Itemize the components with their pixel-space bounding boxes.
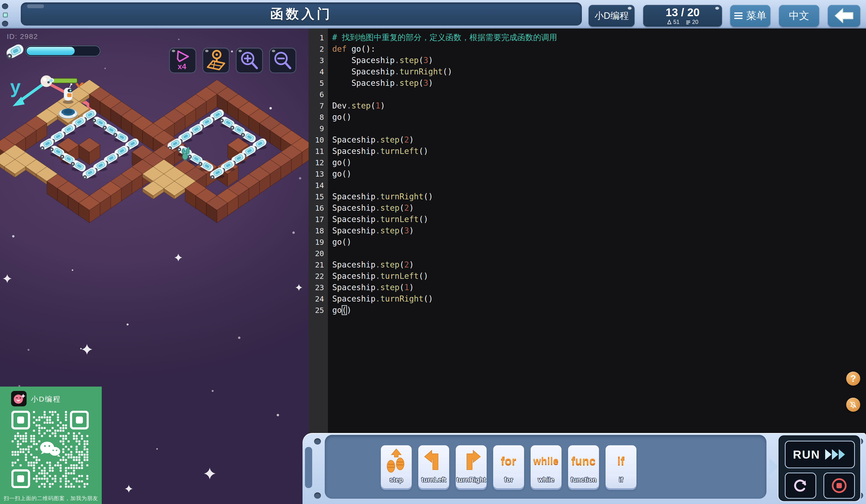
menu-button[interactable]: 菜单 — [730, 5, 770, 26]
back-arrow-icon — [835, 8, 853, 23]
code-line-10: 10Spaceship.step(2) — [309, 134, 866, 145]
block-turnRight[interactable]: turnRight — [456, 445, 487, 488]
glare-dot — [238, 50, 242, 52]
block-label: function — [571, 476, 596, 484]
code-line-1: 1# 找到地图中重复的部分，定义函数，根据需要完成函数的调用 — [309, 32, 866, 43]
battery-stat-icon — [667, 20, 672, 25]
code-line-24: 24Spaceship.turnRight() — [309, 293, 866, 304]
brand-name: 小D编程 — [31, 394, 61, 404]
code-line-5: 5 Spaceship.step(3) — [309, 77, 866, 89]
block-label: turnLeft — [421, 476, 446, 484]
code-line-14: 14 — [309, 180, 866, 191]
code-line-4: 4 Spaceship.turnRight() — [309, 66, 866, 77]
mute-notifications-button[interactable] — [846, 398, 860, 412]
reset-button[interactable] — [785, 473, 816, 499]
screw-icon — [314, 492, 321, 499]
qr-caption: 扫一扫上面的二维码图案，加我为朋友 — [0, 495, 102, 502]
level-title-bar: 函数入门 — [21, 2, 582, 26]
block-label: turnRight — [456, 476, 486, 484]
block-function[interactable]: funcfunction — [568, 445, 599, 488]
code-line-7: 7Dev.step(1) — [309, 100, 866, 111]
code-line-18: 18Spaceship.step(3) — [309, 225, 866, 236]
level-progress-label: 13 / 20 — [666, 6, 700, 18]
code-line-11: 11Spaceship.turnLeft() — [309, 145, 866, 157]
code-line-2: 2def go(): — [309, 43, 866, 55]
command-block-tray: step turnLeft turnRightforforwhilewhilef… — [325, 435, 766, 499]
block-for[interactable]: forfor — [493, 445, 524, 488]
top-bar: 函数入门 小D编程 13 / 20 51 20 — [0, 0, 866, 29]
glare-dot — [172, 50, 175, 52]
help-button[interactable]: ? — [846, 372, 860, 385]
fast-forward-icon — [825, 448, 847, 461]
turnRight-block-icon — [459, 445, 484, 476]
toolbar-tab — [305, 447, 312, 488]
block-if[interactable]: ifif — [606, 445, 636, 488]
brand-avatar — [11, 391, 26, 406]
svg-text:y: y — [10, 76, 21, 97]
glare-dot — [205, 50, 209, 52]
glare-dot — [628, 7, 632, 10]
run-control-panel: RUN — [778, 434, 861, 502]
run-label: RUN — [793, 448, 820, 461]
back-button[interactable] — [828, 5, 860, 26]
lines-stat: 20 — [686, 19, 698, 25]
app-brand-button[interactable]: 小D编程 — [589, 5, 634, 26]
block-label: while — [538, 476, 554, 484]
minimap-button[interactable] — [202, 48, 230, 73]
smiley-avatar-icon — [11, 391, 26, 406]
app-window: 函数入门 小D编程 13 / 20 51 20 — [0, 0, 866, 504]
energy-battery-icon — [3, 39, 26, 63]
lines-stat-icon — [686, 20, 691, 25]
qr-code — [11, 411, 89, 488]
screw-icon — [2, 3, 8, 9]
speed-x4-button[interactable]: x4 — [169, 48, 196, 73]
screw-icon — [2, 21, 8, 26]
code-line-23: 23Spaceship.step(1) — [309, 282, 866, 293]
block-while[interactable]: whilewhile — [531, 445, 562, 488]
glare-dot — [272, 50, 275, 52]
block-turnLeft[interactable]: turnLeft — [418, 445, 449, 488]
code-line-17: 17Spaceship.turnLeft() — [309, 214, 866, 225]
stop-button[interactable] — [823, 473, 855, 499]
code-line-16: 16Spaceship.step(2) — [309, 202, 866, 214]
code-line-25: 25go() — [309, 304, 866, 316]
energy-stat: 51 — [667, 19, 679, 25]
screw-icon — [314, 438, 321, 445]
reset-icon — [792, 477, 809, 494]
led-icon — [3, 13, 8, 18]
level-progress-box: 13 / 20 51 20 — [643, 5, 722, 26]
step-block-icon — [384, 445, 409, 476]
code-line-12: 12go() — [309, 157, 866, 168]
code-line-3: 3 Spaceship.step(3) — [309, 55, 866, 66]
function-block-icon: func — [571, 445, 596, 476]
code-line-22: 22Spaceship.turnLeft() — [309, 270, 866, 282]
zoom-in-button[interactable] — [236, 48, 263, 73]
block-label: if — [619, 476, 623, 484]
block-step[interactable]: step — [381, 445, 412, 488]
block-toolbar: step turnLeft turnRightforforwhilewhilef… — [302, 433, 866, 504]
app-brand-label: 小D编程 — [595, 10, 629, 22]
zoom-out-button[interactable] — [269, 48, 296, 73]
energy-progress-fill — [26, 47, 75, 55]
code-line-20: 20 — [309, 248, 866, 259]
code-line-19: 19go() — [309, 236, 866, 248]
code-line-6: 6 — [309, 89, 866, 100]
page-title: 函数入门 — [270, 5, 332, 23]
code-editor[interactable]: 1# 找到地图中重复的部分，定义函数，根据需要完成函数的调用2def go():… — [309, 29, 866, 504]
code-line-15: 15Spaceship.turnRight() — [309, 191, 866, 202]
hamburger-icon — [734, 12, 743, 20]
run-button[interactable]: RUN — [785, 441, 855, 468]
language-button[interactable]: 中文 — [779, 5, 819, 26]
turnLeft-block-icon — [421, 445, 446, 476]
bell-off-icon — [849, 401, 857, 409]
code-line-8: 8go() — [309, 111, 866, 123]
if-block-icon: if — [617, 445, 625, 476]
code-line-21: 21Spaceship.step(2) — [309, 259, 866, 270]
language-label: 中文 — [789, 9, 809, 22]
for-block-icon: for — [501, 445, 517, 476]
while-block-icon: while — [533, 445, 559, 476]
block-label: for — [504, 476, 513, 484]
code-line-9: 9 — [309, 123, 866, 134]
code-lines: 1# 找到地图中重复的部分，定义函数，根据需要完成函数的调用2def go():… — [309, 32, 866, 316]
code-line-13: 13go() — [309, 168, 866, 180]
